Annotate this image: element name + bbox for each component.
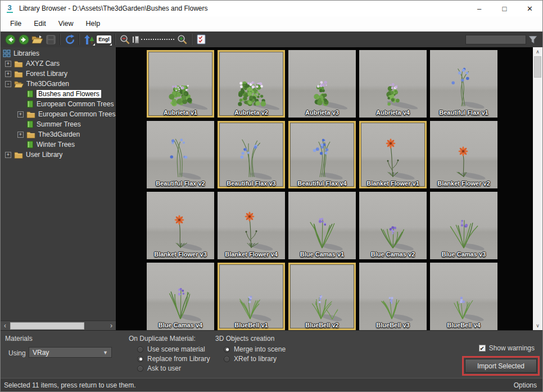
radio-ask-to-user[interactable] [137,366,143,372]
grid-item[interactable]: Blanket Flower v2 [430,121,497,188]
grid-item[interactable]: BlueBell v4 [430,263,497,330]
tree-item-label: Libraries [13,49,39,57]
objects-creation-title: 3D Objects creation [215,335,274,343]
minimize-button[interactable]: – [467,1,492,16]
language-button[interactable]: Engl [96,33,112,46]
tree-item-user-library[interactable]: +User Library [1,150,116,160]
menu-view[interactable]: View [52,16,80,31]
tree-item-libraries[interactable]: Libraries [1,48,116,58]
forward-button[interactable] [17,33,30,46]
grid-item-label: Beautiful Flax v2 [147,180,214,187]
tree-item-the3dgarden[interactable]: +The3dGarden [1,129,116,139]
open-library-button[interactable] [30,33,44,46]
radio-xref-to-library[interactable] [224,356,230,362]
grid-item[interactable]: Blanket Flower v1 [359,121,427,188]
horizontal-scroll-thumb[interactable] [10,322,84,330]
tree-item-label: Winter Trees [37,141,75,148]
back-button[interactable] [3,33,17,46]
radio-label: XRef to library [234,355,277,363]
grid-item[interactable]: Aubrieta v3 [288,50,356,118]
slider-thumb[interactable] [135,36,139,43]
tree-expander[interactable]: + [17,132,24,138]
grid-item[interactable]: Beautiful Flax v4 [288,121,356,188]
grid-item[interactable]: Aubrieta v4 [359,50,427,118]
tree-expander[interactable]: - [5,81,11,87]
app-icon: 3 [4,3,15,13]
library-icon [26,100,34,108]
grid-vertical-scrollbar[interactable]: ∧ ∨ [533,47,542,330]
tree-expander[interactable]: + [5,61,11,67]
tree-item-the3dgarden[interactable]: -The3DGarden [1,79,116,89]
grid-item[interactable]: Beautiful Flax v1 [430,50,497,118]
grid-item[interactable]: Aubrieta v1 [147,50,214,118]
forward-icon [19,34,29,45]
grid-item-label: BlueBell v3 [359,322,427,328]
folder-icon [26,131,35,138]
radio-label: Merge into scene [234,345,286,353]
grid-item[interactable]: Beautiful Flax v3 [218,121,285,188]
grid-item-label: Blanket Flower v4 [218,251,285,258]
plant-thumbnail [288,50,356,118]
grid-item-label: Blanket Flower v2 [430,180,497,187]
scroll-up-arrow[interactable]: ∧ [533,47,542,56]
grid-item[interactable]: Beautiful Flax v2 [147,121,214,188]
radio-label: Use scene material [147,345,205,353]
radio-label: Ask to user [147,364,181,372]
search-input[interactable] [465,35,526,44]
plant-thumbnail [147,121,214,188]
grid-item[interactable]: Blue Camas v1 [288,192,356,259]
menu-file[interactable]: File [4,16,28,31]
radio-use-scene-material[interactable] [137,346,143,353]
plant-thumbnail [147,192,214,259]
tree-item-bushes-and-flowers[interactable]: Bushes and Flowers [1,89,116,99]
options-link[interactable]: Options [514,381,537,389]
material-renderer-select[interactable]: VRay ▼ [29,347,112,358]
show-warnings-checkbox[interactable]: ✔ [479,345,486,352]
tree-item-forest-library[interactable]: +Forest Library [1,69,116,79]
tree-item-winter-trees[interactable]: Winter Trees [1,139,116,150]
grid-item[interactable]: Blanket Flower v3 [147,192,214,259]
language-label: Engl [97,35,111,43]
zoom-out-button[interactable] [118,33,132,46]
sort-button[interactable] [82,33,96,46]
grid-item[interactable]: BlueBell v1 [218,263,285,330]
scroll-right-arrow[interactable]: › [107,321,116,330]
tree-item-european-common-trees[interactable]: +European Common Trees [1,109,116,119]
checked-items-button[interactable] [194,33,208,46]
tree-item-axyz-cars[interactable]: +AXYZ Cars [1,58,116,69]
tree-item-european-common-trees[interactable]: European Common Trees [1,99,116,109]
objects-creation-options: Merge into sceneXRef to library [224,345,286,364]
scroll-left-arrow[interactable]: ‹ [1,321,10,330]
scroll-down-arrow[interactable]: ∨ [533,321,542,330]
tree-expander[interactable]: + [5,152,11,158]
grid-item[interactable]: Blue Camas v3 [430,192,497,259]
refresh-button[interactable] [63,33,76,46]
zoom-in-button[interactable] [175,33,189,46]
grid-item[interactable]: BlueBell v2 [288,263,356,330]
tree-expander[interactable]: + [17,111,24,118]
material-renderer-value: VRay [33,349,49,357]
menu-help[interactable]: Help [80,16,107,31]
grid-item[interactable]: Blanket Flower v4 [218,192,285,259]
grid-item[interactable]: Blue Camas v2 [359,192,427,259]
plant-thumbnail [288,121,356,188]
thumbnail-size-slider[interactable] [133,34,174,45]
radio-merge-into-scene[interactable] [224,346,230,353]
close-button[interactable]: ✕ [517,1,542,16]
vertical-scroll-thumb[interactable] [534,56,541,78]
grid-item[interactable]: Aubrieta v2 [218,50,285,118]
tree-expander[interactable]: + [5,71,11,77]
grid-item[interactable]: BlueBell v3 [359,263,427,330]
maximize-button[interactable]: □ [492,1,517,16]
tree-horizontal-scrollbar[interactable]: ‹ › [1,321,116,330]
tree-item-summer-trees[interactable]: Summer Trees [1,119,116,129]
menu-edit[interactable]: Edit [28,16,52,31]
radio-label: Replace from Library [147,355,210,363]
plant-thumbnail [218,263,285,330]
filter-button[interactable] [526,33,540,46]
import-selected-button[interactable]: Import Selected [465,359,537,373]
grid-item[interactable]: Blue Camas v4 [147,263,214,330]
save-button[interactable] [44,33,57,46]
filter-funnel-icon [528,35,537,44]
radio-replace-from-library[interactable] [137,356,143,362]
